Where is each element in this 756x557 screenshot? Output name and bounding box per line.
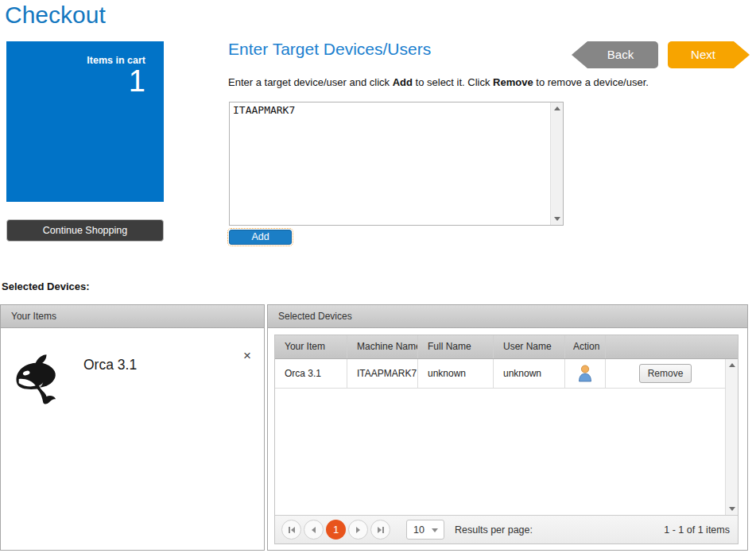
device-input[interactable]: ITAAPMARK7 [230,103,551,225]
scroll-down-icon[interactable] [554,217,560,221]
chevron-down-icon [432,528,438,532]
table-row: Orca 3.1 ITAAPMARK7 unknown unknown Remo… [275,359,725,389]
remove-button[interactable]: Remove [639,364,692,383]
instruction-bold-add: Add [393,76,413,88]
cell-your-item: Orca 3.1 [275,359,347,388]
items-range-label: 1 - 1 of 1 items [664,524,730,536]
device-input-scrollbar[interactable] [550,103,563,225]
cell-remove: Remove [606,359,725,388]
your-items-panel: Your Items Orca 3.1 × [0,304,265,551]
cell-machine-name: ITAAPMARK7 [347,359,418,388]
pager-bar: 1 10 Results per page: 1 - 1 of 1 items [275,515,738,543]
page-size-value: 10 [407,524,425,536]
close-icon[interactable]: × [243,350,251,362]
first-page-button[interactable] [281,520,301,540]
instruction-text: Enter a target device/user and click Add… [228,76,649,88]
user-icon [577,364,593,383]
first-page-icon [289,527,290,533]
cell-user-name: unknown [494,359,565,388]
last-page-icon [382,527,384,533]
instruction-part1: Enter a target device/user and click [228,76,393,88]
previous-page-icon [312,527,316,533]
first-page-arrow-icon [291,527,295,533]
your-items-header: Your Items [1,305,264,328]
column-header-machine-name: Machine Name [347,335,418,358]
results-per-page-label: Results per page: [455,524,533,536]
last-page-arrow-icon [378,527,382,533]
column-header-remove [606,335,738,358]
column-header-action: Action [565,335,606,358]
last-page-button[interactable] [370,520,390,540]
grid-header-row: Your Item Machine Name Full Name User Na… [275,335,738,359]
cell-action [565,359,606,388]
cart-count: 1 [129,65,145,99]
selected-devices-panel: Selected Devices Your Item Machine Name … [267,304,748,551]
orca-icon [9,350,69,411]
enter-target-heading: Enter Target Devices/Users [228,40,431,59]
next-page-icon [356,527,360,533]
grid-scroll-up-icon[interactable] [729,363,735,367]
cell-full-name: unknown [418,359,494,388]
next-page-button[interactable] [348,520,368,540]
previous-page-button[interactable] [304,520,324,540]
page-title: Checkout [5,2,106,29]
instruction-part2: to select it. Click [413,76,493,88]
column-header-user-name: User Name [494,335,565,358]
selected-devices-grid: Your Item Machine Name Full Name User Na… [274,335,739,544]
scroll-up-icon[interactable] [554,106,560,110]
selected-devices-label: Selected Devices: [2,280,90,292]
instruction-bold-remove: Remove [493,76,533,88]
cart-item-row: Orca 3.1 × [1,328,264,557]
back-button[interactable]: Back [572,41,658,68]
device-input-wrap: ITAAPMARK7 [229,102,564,226]
add-button[interactable]: Add [229,230,292,245]
column-header-your-item: Your Item [275,335,347,358]
cart-summary-box: Items in cart 1 [6,41,164,202]
grid-scrollbar[interactable] [725,359,738,515]
continue-shopping-button[interactable]: Continue Shopping [6,219,164,242]
current-page-button[interactable]: 1 [326,520,346,540]
cart-item-name: Orca 3.1 [83,357,137,373]
page-size-select[interactable]: 10 [406,520,444,540]
column-header-full-name: Full Name [418,335,494,358]
instruction-part3: to remove a device/user. [533,76,649,88]
selected-devices-header: Selected Devices [268,305,747,328]
checkout-page: Checkout Items in cart 1 Continue Shoppi… [0,0,756,557]
next-button[interactable]: Next [668,41,750,68]
grid-scroll-down-icon[interactable] [729,507,735,511]
